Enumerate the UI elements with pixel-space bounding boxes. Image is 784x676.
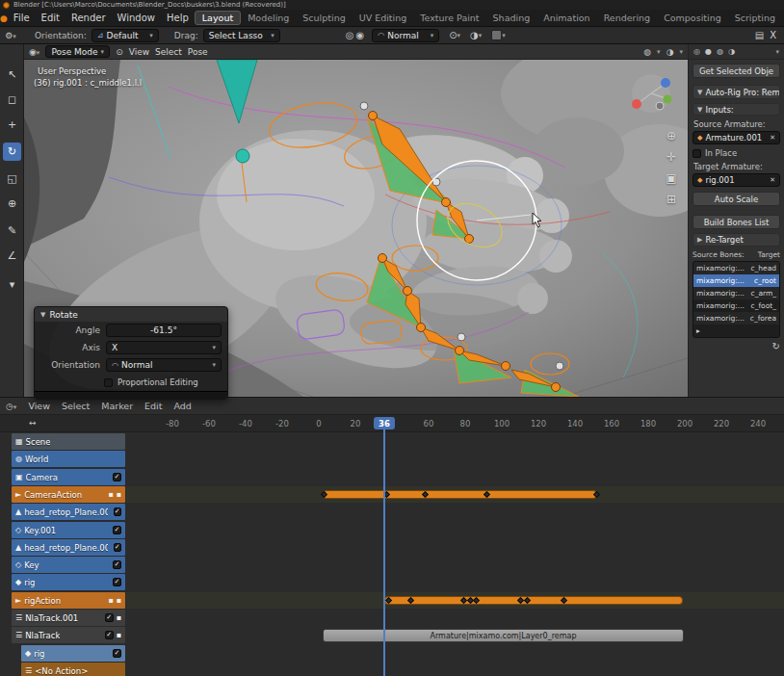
workspace-tab-modeling[interactable]: Modeling: [241, 12, 296, 24]
workspace-tab-scripting[interactable]: Scripting: [728, 12, 782, 24]
timeline-tracks[interactable]: ▦Scene ◍World ▣Camera ►CameraAction▪▪ ▲h…: [0, 432, 784, 676]
snap-dropdown-icon[interactable]: ▾: [457, 32, 461, 39]
pin-icon[interactable]: ▪: [117, 490, 121, 499]
pan-icon[interactable]: ✛: [663, 150, 680, 164]
channel-checkbox[interactable]: [113, 649, 121, 658]
workspace-tab-shading[interactable]: Shading: [486, 12, 537, 24]
pose-editor-icon[interactable]: ◉▾: [29, 47, 39, 57]
workspace-tab-uv-editing[interactable]: UV Editing: [353, 12, 414, 24]
rotate-panel-header[interactable]: ▼ Rotate: [35, 307, 227, 322]
menu-window[interactable]: Window: [112, 13, 161, 23]
get-selected-objects-button[interactable]: Get Selected Obje: [693, 64, 780, 78]
retarget-panel-header[interactable]: ▶ Re-Target: [693, 233, 780, 247]
axis-y-ball[interactable]: [664, 95, 672, 104]
options-icon[interactable]: ▤: [755, 30, 764, 40]
overlays-dropdown-icon[interactable]: ▾: [657, 48, 661, 56]
snap-magnet-icon[interactable]: ⊙: [449, 30, 457, 40]
channel-key-001[interactable]: ◇Key.001: [12, 522, 125, 538]
angle-field[interactable]: -61.5°: [106, 324, 222, 337]
clear-target-icon[interactable]: ✕: [770, 176, 775, 184]
axis-dropdown[interactable]: X▾: [106, 341, 222, 354]
tool-scale-button[interactable]: ◱: [3, 169, 21, 188]
inputs-collapse-icon[interactable]: ▼: [697, 106, 702, 114]
bone-list-expand-row[interactable]: ▸: [693, 325, 779, 337]
timeline-menu-edit[interactable]: Edit: [144, 401, 162, 411]
pin-icon[interactable]: ▪: [117, 596, 121, 605]
gizmo-dropdown-icon[interactable]: ▾: [502, 32, 506, 39]
pivot-dropdown-icon[interactable]: ▾: [479, 32, 483, 39]
bone-mapping-list[interactable]: mixamorig:...c_head mixamorig:...c_root …: [693, 261, 780, 338]
bone-list-item[interactable]: mixamorig:...c_head: [693, 262, 779, 274]
source-armature-field[interactable]: ◆ Armature.001 ✕: [693, 131, 780, 144]
viewport-menu-pose[interactable]: Pose: [188, 47, 208, 57]
channel-key[interactable]: ◇Key: [12, 557, 125, 573]
tool-annotate-button[interactable]: ✎: [3, 221, 21, 240]
proportional-editing-checkbox[interactable]: [104, 378, 113, 387]
pin-icon[interactable]: ▪: [117, 613, 121, 622]
xray-toggle-icon[interactable]: ◑: [666, 47, 674, 57]
channel-checkbox[interactable]: [105, 631, 114, 639]
close-toolbar-label[interactable]: X: [764, 30, 784, 40]
mute-icon[interactable]: ▪: [108, 490, 113, 499]
frame-ruler[interactable]: ↔ -80 -60 -40 -20 0 20 60 80 100 120 140…: [0, 415, 784, 432]
channel-checkbox[interactable]: [105, 613, 114, 622]
proportional-editing-icon[interactable]: ◎: [346, 30, 354, 40]
panel-collapse-icon[interactable]: ▼: [697, 89, 702, 96]
tool-tweak-button[interactable]: ↖: [3, 65, 21, 84]
channel-head-retop-004[interactable]: ▲head_retop_Plane.004: [12, 539, 125, 556]
viewport-menu-view[interactable]: View: [129, 47, 149, 57]
workspace-tab-animation[interactable]: Animation: [536, 12, 596, 24]
refresh-icon[interactable]: ↻: [772, 341, 780, 351]
timeline-editor-icon[interactable]: ◷▾: [6, 402, 16, 411]
camera-view-icon[interactable]: ▣: [663, 171, 680, 185]
axis-x-ball[interactable]: [632, 99, 641, 109]
channel-checkbox[interactable]: [113, 526, 121, 534]
rig-action-strip[interactable]: [384, 596, 683, 605]
timeline-menu-add[interactable]: Add: [173, 401, 191, 411]
camera-action-strip[interactable]: [323, 490, 597, 499]
collapsed-redo-bar[interactable]: [35, 391, 227, 399]
channel-head-retop-002[interactable]: ▲head_retop_Plane.002: [12, 504, 125, 520]
bone-list-item[interactable]: mixamorig:...c_foot_: [693, 299, 779, 312]
shading-rendered-icon[interactable]: ◑: [728, 47, 735, 56]
channel-scene[interactable]: ▦Scene: [12, 433, 125, 450]
mute-icon[interactable]: ▪: [108, 596, 113, 605]
build-bones-list-button[interactable]: Build Bones List: [693, 215, 780, 229]
timeline-menu-view[interactable]: View: [28, 401, 50, 411]
collapse-triangle-icon[interactable]: ▼: [40, 311, 45, 319]
orientation-panel-dropdown[interactable]: ◠ Normal▾: [106, 358, 222, 372]
channel-camera-action[interactable]: ►CameraAction▪▪: [12, 486, 125, 503]
pivot-point-icon[interactable]: ◑: [470, 30, 479, 40]
auto-scale-button[interactable]: Auto Scale: [693, 192, 780, 206]
channel-no-action[interactable]: ☰<No Action>: [21, 663, 125, 676]
in-place-checkbox[interactable]: [693, 149, 701, 158]
menu-help[interactable]: Help: [161, 13, 195, 23]
menu-file[interactable]: File: [8, 13, 36, 23]
tool-measure-button[interactable]: ∠: [3, 247, 21, 265]
shading-wireframe-icon[interactable]: ◎: [693, 47, 700, 56]
ruler-resize-icon[interactable]: ↔: [29, 418, 37, 428]
current-frame-badge[interactable]: 36: [374, 417, 395, 429]
pin-icon[interactable]: ▪: [117, 631, 121, 639]
mode-dropdown[interactable]: Pose Mode▾: [45, 45, 110, 58]
show-overlays-icon[interactable]: ◍: [643, 47, 651, 57]
channel-nlatrack[interactable]: ☰NlaTrack▪: [12, 627, 125, 643]
channel-checkbox[interactable]: [113, 560, 121, 569]
timeline-menu-marker[interactable]: Marker: [101, 401, 133, 411]
axis-neg-ball[interactable]: [656, 102, 664, 110]
workspace-tab-rendering[interactable]: Rendering: [597, 12, 658, 24]
tool-transform-button[interactable]: ⊕: [3, 195, 21, 213]
channel-checkbox[interactable]: [114, 543, 121, 552]
viewport-menu-select[interactable]: Select: [155, 47, 182, 57]
channel-rig-action[interactable]: ►rigAction▪▪: [12, 592, 125, 609]
auto-rig-pro-panel-header[interactable]: ▼ Auto-Rig Pro: Remap: [693, 85, 780, 99]
bone-list-item[interactable]: mixamorig:...c_arm_: [693, 287, 779, 299]
channel-nlatrack-001[interactable]: ☰NlaTrack.001▪: [12, 610, 125, 626]
menu-edit[interactable]: Edit: [36, 13, 65, 23]
shading-dropdown-icon[interactable]: ▾: [679, 48, 683, 56]
gizmo-swatch-icon[interactable]: [491, 30, 502, 40]
toolbar-expand-button[interactable]: ▾: [3, 275, 21, 294]
shading-solid-icon[interactable]: ●: [705, 47, 712, 56]
bone-list-item[interactable]: mixamorig:...c_forea: [693, 312, 779, 325]
blender-menu-icon[interactable]: ●: [0, 13, 8, 23]
